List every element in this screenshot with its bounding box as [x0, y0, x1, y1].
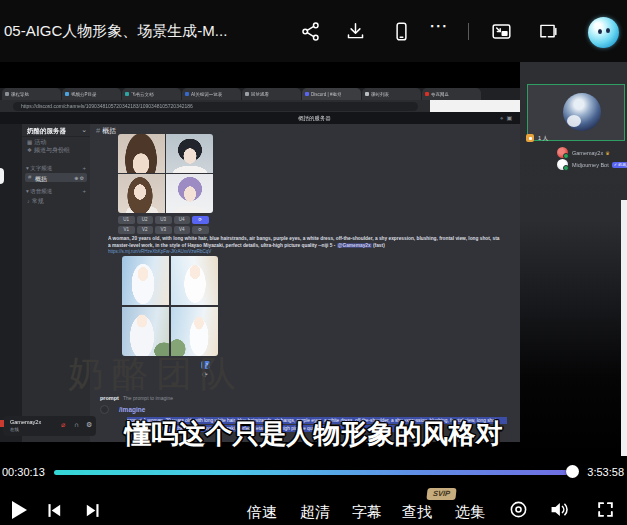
u1-button[interactable]: U1 — [118, 216, 135, 224]
online-count-label: 1 人 — [538, 135, 548, 142]
v2-button[interactable]: V2 — [137, 226, 154, 234]
sidebar-item-channels-roles[interactable]: ❖频道与身份组 — [27, 146, 70, 155]
imagine-command[interactable]: /imagine — [119, 406, 145, 413]
browser-tab-discord[interactable]: Discord | #概括 — [302, 88, 361, 100]
progress-bar[interactable] — [54, 470, 568, 476]
screen-cast-icon[interactable] — [537, 21, 558, 42]
mobile-phone-icon[interactable] — [391, 21, 412, 42]
midjourney-image-grid-2[interactable] — [122, 256, 218, 356]
browser-tab[interactable]: 回放观看 — [242, 88, 301, 100]
episodes-button[interactable]: 选集 — [455, 503, 485, 522]
online-badge-icon — [526, 134, 534, 142]
u2-button[interactable]: U2 — [137, 216, 154, 224]
avatar-shine — [594, 22, 601, 27]
user-mention[interactable]: @Gamemay2x — [337, 243, 372, 248]
user-avatar[interactable] — [588, 17, 619, 48]
generated-image-4[interactable] — [166, 174, 213, 213]
member-avatar — [557, 159, 568, 170]
bot-badge: ✓ 机器人 — [612, 162, 627, 168]
add-channel-icon[interactable]: + — [82, 165, 86, 171]
play-button[interactable] — [9, 499, 29, 521]
owner-crown-icon: ♛ — [605, 150, 609, 156]
member-row-bot[interactable]: Midjourney Bot ✓ 机器人 — [557, 159, 627, 170]
quality-button[interactable]: 超清 — [300, 503, 330, 522]
browser-tab[interactable]: 课时列表 — [362, 88, 421, 100]
chevron-down-icon: ⌄ — [81, 126, 87, 134]
next-episode-button[interactable] — [84, 502, 101, 519]
presenter-avatar — [563, 93, 601, 131]
calendar-icon: ▦ — [27, 139, 32, 145]
active-server-indicator — [0, 168, 4, 184]
add-voice-channel-icon[interactable]: + — [82, 188, 86, 194]
discord-window-strip: 概括的服务器 ⌖▣ — [0, 112, 520, 124]
upscale-button-row: U1 U2 U3 U4 ⟳ — [118, 216, 209, 224]
previous-episode-button[interactable] — [46, 502, 63, 519]
progress-knob[interactable] — [566, 465, 579, 478]
tab-favicon — [185, 92, 189, 96]
channel-header: #概括 — [96, 126, 116, 136]
variation-button-row: V1 V2 V3 V4 ⟳ — [118, 226, 209, 234]
generated-image-8[interactable] — [171, 307, 218, 356]
caret-icon: ▾ — [26, 165, 29, 171]
voice-channel-item[interactable]: ♪常规 — [27, 197, 44, 206]
member-avatar — [557, 147, 568, 158]
download-icon[interactable] — [345, 21, 366, 42]
generated-image-2[interactable] — [166, 134, 213, 173]
browser-tab-bar: 课程导航 视频分P目录 飞书云文档 AI关键词一览表 回放观看 Discord … — [0, 88, 520, 100]
find-button[interactable]: 查找 — [402, 503, 432, 522]
invite-and-settings-icons[interactable]: ⊕⚙ — [74, 175, 85, 181]
tab-favicon — [425, 92, 429, 96]
midjourney-image-grid-1[interactable] — [118, 134, 213, 213]
v1-button[interactable]: V1 — [118, 226, 135, 234]
generated-image-7[interactable] — [122, 307, 169, 356]
category-voice-channels[interactable]: ▾ 语音频道 — [26, 188, 52, 195]
browser-tab[interactable]: 视频分P目录 — [62, 88, 121, 100]
browser-tab[interactable]: 夸克网盘 — [422, 88, 481, 100]
u4-button[interactable]: U4 — [174, 216, 191, 224]
caret-icon: ▾ — [26, 188, 29, 194]
member-list-column: 1 人 Gamemay2x ♛ Midjourney Bot ✓ 机器人 — [520, 62, 627, 456]
presenter-camera-box — [527, 84, 625, 141]
pin-and-members-icons[interactable]: ⌖▣ — [500, 114, 515, 122]
progress-row: 00:30:13 3:53:58 — [0, 456, 627, 485]
browser-tab[interactable]: AI关键词一览表 — [182, 88, 241, 100]
server-name: 奶酪的服务器 — [27, 127, 66, 136]
subtitles-button[interactable]: 字幕 — [352, 503, 382, 522]
volume-icon[interactable] — [548, 499, 570, 520]
server-header[interactable]: 奶酪的服务器 ⌄ — [22, 124, 90, 137]
danmaku-settings-icon[interactable] — [509, 500, 528, 519]
tab-favicon — [245, 92, 249, 96]
team-watermark: 奶酪团队 — [68, 350, 244, 399]
video-player-window: 05-AIGC人物形象、场景生成-M... ⋯ 课程导航 视频分P目录 — [0, 0, 627, 525]
v4-button[interactable]: V4 — [174, 226, 191, 234]
reroll-button[interactable]: ⟳ — [192, 216, 209, 224]
control-bar: 倍速 超清 字幕 查找 SVIP 选集 — [0, 485, 627, 525]
fullscreen-icon[interactable] — [596, 500, 615, 519]
picture-in-picture-icon[interactable] — [491, 21, 512, 42]
member-row-owner[interactable]: Gamemay2x ♛ — [557, 147, 610, 158]
tab-favicon-discord — [305, 92, 309, 96]
u3-button[interactable]: U3 — [155, 216, 172, 224]
tab-favicon — [65, 92, 69, 96]
browser-tab[interactable]: 飞书云文档 — [122, 88, 181, 100]
speaker-icon: ♪ — [27, 198, 30, 204]
toolbar-divider — [468, 23, 469, 40]
address-input[interactable]: https://discord.com/channels/10903481057… — [13, 102, 418, 111]
generated-image-3[interactable] — [118, 174, 165, 213]
more-options-icon[interactable]: ⋯ — [429, 14, 449, 37]
total-time: 3:53:58 — [587, 466, 624, 478]
hash-icon: # — [96, 126, 100, 135]
attachment-link[interactable]: https://s.mj.run/vRHzeXbKpFw-JKrAUxvVzwR… — [108, 249, 278, 254]
share-icon[interactable] — [300, 21, 321, 42]
browser-tab[interactable]: 课程导航 — [2, 88, 61, 100]
channel-name: 概括 — [35, 175, 47, 184]
refresh-button[interactable]: ⟳ — [192, 226, 209, 234]
category-text-channels[interactable]: ▾ 文字频道 — [26, 165, 52, 172]
channel-item-selected[interactable]: # 概括 ⊕⚙ — [25, 173, 87, 182]
v3-button[interactable]: V3 — [155, 226, 172, 234]
generated-image-1[interactable] — [118, 134, 165, 173]
speed-button[interactable]: 倍速 — [247, 503, 277, 522]
generated-image-5[interactable] — [122, 256, 169, 305]
avatar-eye — [598, 29, 602, 34]
generated-image-6[interactable] — [171, 256, 218, 305]
